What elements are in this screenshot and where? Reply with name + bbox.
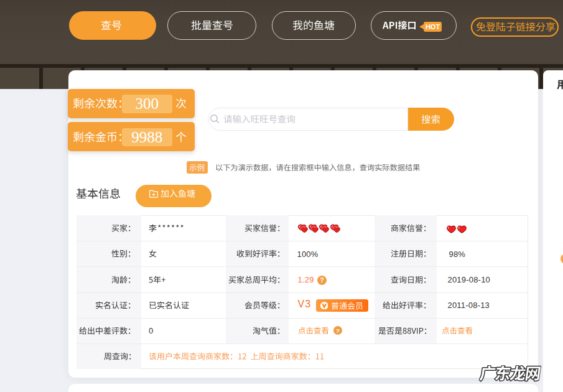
svg-text:?: ?: [320, 276, 323, 284]
svg-text:?: ?: [336, 327, 340, 334]
svg-text:HOT: HOT: [425, 23, 440, 30]
